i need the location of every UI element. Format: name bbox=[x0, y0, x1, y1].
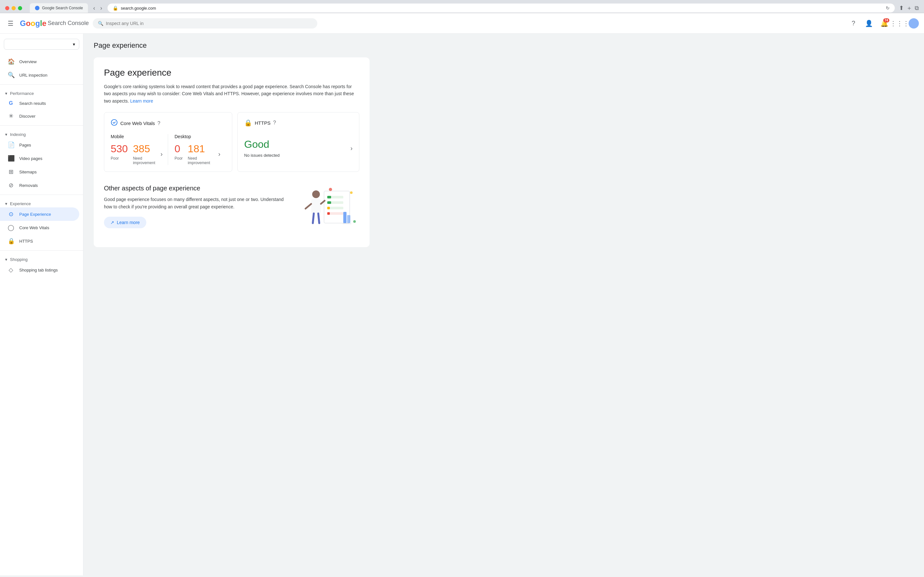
desktop-values: 0 Poor 181 Need improvement bbox=[174, 143, 218, 165]
https-chevron-icon[interactable] bbox=[351, 145, 352, 152]
lock-icon: 🔒 bbox=[113, 5, 118, 11]
sidebar-item-overview[interactable]: 🏠 Overview bbox=[0, 55, 79, 68]
sidebar-item-search-results[interactable]: G Search results bbox=[0, 97, 79, 109]
svg-rect-16 bbox=[343, 212, 347, 223]
metrics-grid: Core Web Vitals ? Mobile bbox=[104, 112, 359, 172]
other-aspects-desc: Good page experience focuses on many dif… bbox=[104, 196, 285, 210]
desktop-metrics: 0 Poor 181 Need improvement bbox=[174, 143, 218, 165]
sidebar-item-label: Core Web Vitals bbox=[19, 226, 49, 230]
shopping-icon: ◇ bbox=[8, 266, 14, 274]
url-search-bar[interactable]: 🔍 bbox=[93, 18, 317, 29]
desktop-need-group: 181 Need improvement bbox=[188, 143, 218, 165]
svg-rect-5 bbox=[327, 201, 331, 204]
page-experience-icon: ⊙ bbox=[8, 211, 14, 218]
sidebar-item-label: Pages bbox=[19, 143, 31, 147]
sidebar-item-label: Shopping tab listings bbox=[19, 268, 58, 272]
desktop-poor-group: 0 Poor bbox=[174, 143, 183, 161]
close-button[interactable] bbox=[5, 6, 9, 10]
logo-g: G bbox=[20, 19, 26, 27]
chevron-down-icon: ▾ bbox=[5, 257, 7, 262]
cwv-desktop-row: 0 Poor 181 Need improvement bbox=[174, 143, 220, 165]
sidebar-item-pages[interactable]: 📄 Pages bbox=[0, 138, 79, 152]
sidebar-section-indexing[interactable]: ▾ Indexing bbox=[0, 128, 83, 138]
divider bbox=[0, 84, 83, 85]
divider bbox=[0, 195, 83, 195]
url-text: search.google.com bbox=[121, 6, 156, 11]
learn-more-button[interactable]: ↗ Learn more bbox=[104, 217, 146, 228]
sidebar-section-shopping[interactable]: ▾ Shopping bbox=[0, 253, 83, 263]
svg-rect-9 bbox=[327, 212, 330, 215]
browser-tabs: Google Search Console bbox=[30, 3, 88, 13]
property-selector[interactable]: ▾ bbox=[4, 39, 79, 50]
sidebar-item-page-experience[interactable]: ⊙ Page Experience bbox=[0, 207, 79, 221]
sidebar-item-label: Sitemaps bbox=[19, 169, 37, 174]
https-title: HTTPS bbox=[255, 120, 270, 126]
inline-learn-more-link[interactable]: Learn more bbox=[130, 98, 153, 103]
windows-icon[interactable]: ⧉ bbox=[915, 5, 919, 11]
mobile-values: 530 Poor 385 Need improvement bbox=[111, 143, 160, 165]
layout: ▾ 🏠 Overview 🔍 URL inspection ▾ Performa… bbox=[0, 34, 924, 575]
url-search-input[interactable] bbox=[106, 21, 312, 26]
sidebar-item-discover[interactable]: ✳ Discover bbox=[0, 109, 79, 123]
sidebar-item-label: Page Experience bbox=[19, 212, 51, 217]
sidebar-item-shopping-tab[interactable]: ◇ Shopping tab listings bbox=[0, 263, 79, 277]
sidebar-section-experience[interactable]: ▾ Experience bbox=[0, 197, 83, 207]
home-icon: 🏠 bbox=[8, 58, 14, 65]
svg-point-21 bbox=[353, 220, 356, 223]
mobile-label: Mobile bbox=[111, 134, 163, 139]
forward-button[interactable]: › bbox=[99, 3, 103, 13]
sidebar-item-video-pages[interactable]: ⬛ Video pages bbox=[0, 152, 79, 165]
card-description: Google's core ranking systems look to re… bbox=[104, 83, 359, 105]
desktop-chevron-icon[interactable] bbox=[218, 150, 220, 158]
https-no-issues: No issues detected bbox=[244, 153, 280, 158]
refresh-icon[interactable]: ↻ bbox=[886, 5, 890, 11]
cwv-columns: Mobile 530 Poor bbox=[111, 134, 226, 165]
desktop-poor-label: Poor bbox=[174, 156, 183, 161]
logo: Google Search Console bbox=[20, 19, 89, 28]
illustration bbox=[295, 185, 359, 237]
desktop-poor-value: 0 bbox=[174, 143, 183, 155]
mobile-chevron-icon[interactable] bbox=[160, 150, 163, 158]
active-tab[interactable]: Google Search Console bbox=[30, 3, 88, 13]
sidebar-section-performance[interactable]: ▾ Performance bbox=[0, 87, 83, 97]
back-button[interactable]: ‹ bbox=[92, 3, 96, 13]
chevron-down-icon: ▾ bbox=[5, 91, 7, 96]
https-info-icon[interactable]: ? bbox=[273, 120, 276, 126]
logo-g2: g bbox=[35, 19, 40, 27]
svg-rect-7 bbox=[327, 207, 330, 210]
minimize-button[interactable] bbox=[11, 6, 16, 10]
sidebar-item-sitemaps[interactable]: ⊞ Sitemaps bbox=[0, 165, 79, 179]
cwv-info-icon[interactable]: ? bbox=[158, 121, 160, 126]
menu-button[interactable]: ☰ bbox=[5, 17, 16, 30]
svg-point-20 bbox=[350, 191, 352, 194]
sidebar-item-label: Removals bbox=[19, 183, 38, 188]
sidebar-item-core-web-vitals[interactable]: ◯ Core Web Vitals bbox=[0, 221, 79, 234]
sitemaps-icon: ⊞ bbox=[8, 168, 14, 175]
sidebar-item-url-inspection[interactable]: 🔍 URL inspection bbox=[0, 68, 79, 82]
browser-nav: ‹ › bbox=[92, 3, 103, 13]
maximize-button[interactable] bbox=[18, 6, 22, 10]
desktop-need-value: 181 bbox=[188, 143, 218, 155]
svg-line-14 bbox=[313, 213, 314, 223]
sidebar-item-https[interactable]: 🔒 HTTPS bbox=[0, 234, 79, 248]
help-button[interactable]: ? bbox=[847, 17, 860, 30]
apps-button[interactable]: ⋮⋮⋮ bbox=[893, 17, 906, 30]
sidebar-item-removals[interactable]: ⊘ Removals bbox=[0, 179, 79, 192]
lock-icon: 🔒 bbox=[8, 237, 14, 245]
svg-rect-17 bbox=[347, 215, 351, 223]
sidebar-item-label: HTTPS bbox=[19, 239, 33, 243]
google-logo: Google bbox=[20, 19, 47, 28]
cwv-icon bbox=[111, 119, 118, 127]
main-card: Page experience Google's core ranking sy… bbox=[94, 57, 370, 247]
svg-line-15 bbox=[318, 213, 319, 223]
avatar[interactable] bbox=[909, 18, 919, 29]
discover-icon: ✳ bbox=[8, 113, 14, 119]
section-label: Performance bbox=[10, 91, 34, 96]
learn-more-label: Learn more bbox=[117, 220, 140, 225]
share-icon[interactable]: ⬆ bbox=[899, 5, 904, 11]
address-bar[interactable]: 🔒 search.google.com ↻ bbox=[107, 3, 895, 13]
manage-users-button[interactable]: 👤 bbox=[863, 17, 875, 30]
new-tab-icon[interactable]: ＋ bbox=[906, 4, 912, 12]
section-label: Indexing bbox=[10, 132, 26, 137]
topbar: ☰ Google Search Console 🔍 ? 👤 🔔 74 ⋮⋮⋮ bbox=[0, 13, 924, 34]
